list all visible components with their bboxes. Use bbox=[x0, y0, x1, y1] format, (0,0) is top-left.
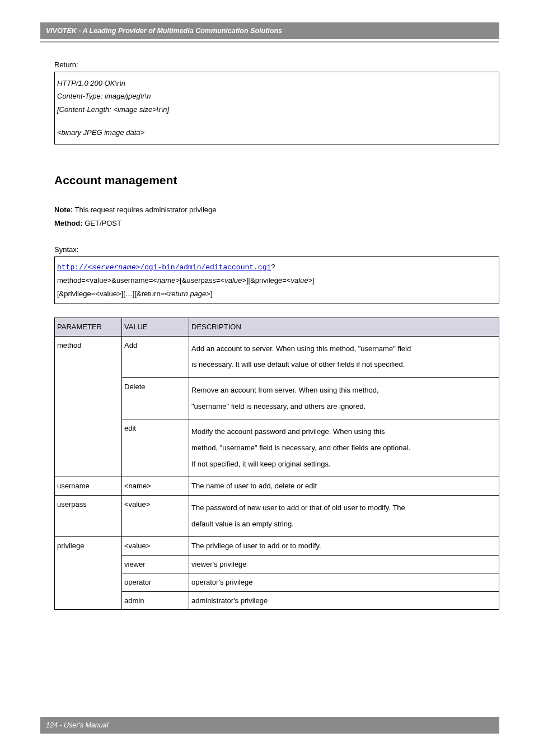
cell-viewer-value: viewer bbox=[122, 555, 189, 573]
method-text: GET/POST bbox=[83, 219, 121, 227]
http-response-box: HTTP/1.0 200 OK\r\n Content-Type: image/… bbox=[54, 72, 499, 144]
cell-method-edit-value: edit bbox=[122, 419, 189, 477]
cell-username-desc: The name of user to add, delete or edit bbox=[189, 477, 499, 496]
row-method-delete: Delete Remove an account from server. Wh… bbox=[55, 377, 499, 419]
http-line-2: Content-Type: image/jpeg\r\n bbox=[57, 91, 496, 102]
row-operator: operator operator's privilege bbox=[55, 573, 499, 592]
note-text: This request requires administrator priv… bbox=[73, 206, 216, 214]
header-title: VIVOTEK - A Leading Provider of Multimed… bbox=[46, 27, 282, 35]
note-label: Note: bbox=[54, 206, 73, 214]
cell-method-param: method bbox=[55, 336, 122, 477]
syntax-box: http://<servername>/cgi-bin/admin/editac… bbox=[54, 256, 499, 305]
cell-operator-value: operator bbox=[122, 573, 189, 592]
cell-admin-desc: administrator's privilege bbox=[189, 591, 499, 610]
method-line: Method: GET/POST bbox=[54, 218, 499, 229]
parameter-table: PARAMETER VALUE DESCRIPTION method Add A… bbox=[54, 318, 499, 610]
header-value: VALUE bbox=[122, 318, 189, 337]
cell-viewer-desc: viewer's privilege bbox=[189, 555, 499, 573]
cell-method-edit-desc: Modify the account password and privileg… bbox=[189, 419, 499, 477]
cell-admin-value: admin bbox=[122, 591, 189, 610]
footer-bar: 124 - User's Manual bbox=[40, 717, 499, 734]
cell-operator-desc: operator's privilege bbox=[189, 573, 499, 592]
content-area: Return: HTTP/1.0 200 OK\r\n Content-Type… bbox=[54, 59, 499, 610]
syntax-line-3: [&privilege=<value>][…][&return=<return … bbox=[57, 288, 496, 300]
row-privilege: privilege <value> The privilege of user … bbox=[55, 537, 499, 556]
row-method-edit: edit Modify the account password and pri… bbox=[55, 419, 499, 477]
row-userpass: userpass <value> The password of new use… bbox=[55, 495, 499, 536]
http-line-4: <binary JPEG image data> bbox=[57, 127, 496, 138]
cell-method-delete-value: Delete bbox=[122, 377, 189, 419]
cell-userpass-value: <value> bbox=[122, 495, 189, 536]
syntax-label: Syntax: bbox=[54, 244, 499, 255]
row-method-add: method Add Add an account to server. Whe… bbox=[55, 336, 499, 377]
cell-privilege-value: <value> bbox=[122, 537, 189, 556]
header-parameter: PARAMETER bbox=[55, 318, 122, 337]
section-title: Account management bbox=[54, 171, 499, 189]
cell-method-add-desc: Add an account to server. When using thi… bbox=[189, 336, 499, 377]
row-viewer: viewer viewer's privilege bbox=[55, 555, 499, 573]
method-label: Method: bbox=[54, 219, 83, 227]
cell-userpass-desc: The password of new user to add or that … bbox=[189, 495, 499, 536]
cell-username-value: <name> bbox=[122, 477, 189, 496]
note-line: Note: This request requires administrato… bbox=[54, 204, 499, 216]
header-underline bbox=[40, 41, 499, 43]
row-username: username <name> The name of user to add,… bbox=[55, 477, 499, 496]
cell-username-param: username bbox=[55, 477, 122, 496]
syntax-line-2: method=<value>&username=<name>[&userpass… bbox=[57, 275, 496, 286]
return-label: Return: bbox=[54, 59, 499, 71]
footer-text: 124 - User's Manual bbox=[46, 721, 108, 729]
cell-privilege-param: privilege bbox=[55, 537, 122, 610]
cell-method-delete-desc: Remove an account from server. When usin… bbox=[189, 377, 499, 419]
row-admin: admin administrator's privilege bbox=[55, 591, 499, 610]
syntax-line-1: http://<servername>/cgi-bin/admin/editac… bbox=[57, 262, 496, 273]
table-header-row: PARAMETER VALUE DESCRIPTION bbox=[55, 318, 499, 337]
cell-userpass-param: userpass bbox=[55, 495, 122, 536]
header-bar: VIVOTEK - A Leading Provider of Multimed… bbox=[40, 22, 499, 39]
syntax-url[interactable]: http://<servername>/cgi-bin/admin/editac… bbox=[57, 263, 271, 272]
cell-privilege-desc: The privilege of user to add or to modif… bbox=[189, 537, 499, 556]
http-line-1: HTTP/1.0 200 OK\r\n bbox=[57, 78, 496, 89]
header-description: DESCRIPTION bbox=[189, 318, 499, 337]
cell-method-add-value: Add bbox=[122, 336, 189, 377]
http-line-3: [Content-Length: <image size>\r\n] bbox=[57, 104, 496, 115]
